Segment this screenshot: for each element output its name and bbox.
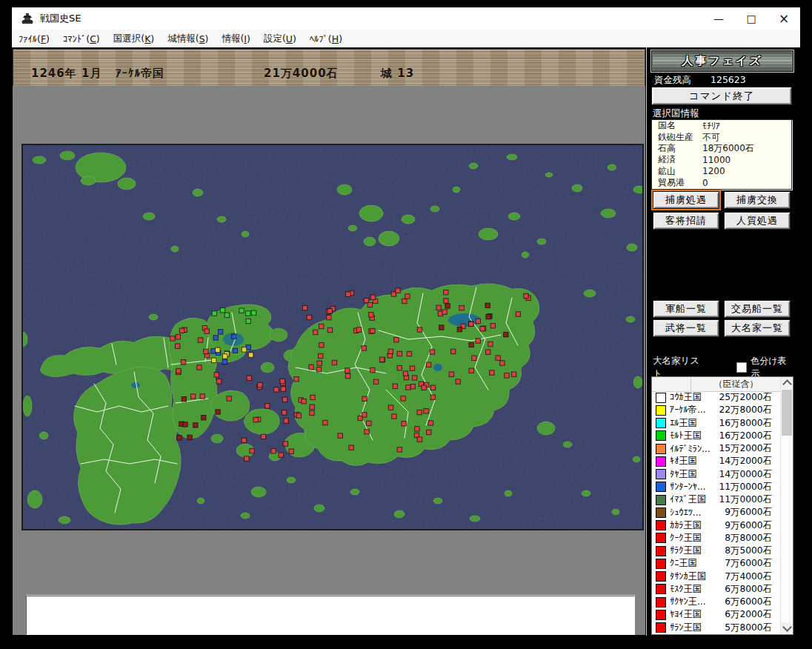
castle-marker[interactable] [367, 421, 371, 425]
castle-marker[interactable] [370, 367, 375, 372]
castle-marker[interactable] [224, 313, 229, 317]
castle-marker[interactable] [197, 365, 202, 370]
castle-marker[interactable] [307, 315, 311, 319]
scroll-down-button[interactable] [781, 622, 793, 634]
castle-marker[interactable] [362, 396, 367, 401]
castle-marker[interactable] [181, 360, 185, 365]
castle-marker[interactable] [279, 453, 283, 457]
castle-marker[interactable] [296, 413, 301, 418]
daimyo-row[interactable]: ｺｳｶ王国25万2000石 [652, 391, 781, 404]
castle-marker[interactable] [246, 311, 250, 316]
strategy-map[interactable] [21, 144, 644, 530]
castle-marker[interactable] [294, 377, 299, 382]
castle-marker[interactable] [204, 329, 209, 333]
scrollbar-thumb[interactable] [782, 390, 792, 436]
castle-marker[interactable] [214, 373, 219, 377]
castle-marker[interactable] [485, 303, 490, 307]
castle-marker[interactable] [198, 338, 202, 342]
castle-marker[interactable] [251, 310, 256, 315]
castle-marker[interactable] [362, 346, 366, 350]
menu-file[interactable]: ﾌｧｲﾙ(F) [12, 30, 56, 47]
castle-marker[interactable] [204, 349, 208, 353]
castle-marker[interactable] [316, 367, 321, 372]
close-button[interactable]: × [768, 7, 800, 30]
menu-help[interactable]: ﾍﾙﾌﾟ(H) [303, 30, 349, 47]
castle-marker[interactable] [284, 419, 288, 423]
castle-marker[interactable] [246, 319, 250, 323]
castle-marker[interactable] [445, 304, 450, 308]
daimyo-row[interactable]: ｼｭｳｴﾂ...9万6000石 [652, 506, 781, 519]
castle-marker[interactable] [427, 430, 431, 434]
castle-marker[interactable] [505, 373, 509, 378]
castle-marker[interactable] [490, 324, 495, 328]
castle-marker[interactable] [281, 387, 285, 391]
castle-marker[interactable] [176, 335, 180, 339]
castle-marker[interactable] [179, 328, 184, 333]
general-list-button[interactable]: 武将一覧 [653, 319, 719, 337]
castle-marker[interactable] [397, 366, 402, 370]
castle-marker[interactable] [309, 365, 313, 369]
castle-marker[interactable] [193, 423, 198, 427]
daimyo-row[interactable]: ﾓｽｸ王国6万8000石 [652, 583, 781, 596]
castle-marker[interactable] [310, 405, 314, 409]
castle-marker[interactable] [396, 288, 400, 293]
castle-marker[interactable] [459, 305, 464, 310]
castle-marker[interactable] [282, 410, 286, 415]
castle-marker[interactable] [430, 350, 434, 354]
castle-marker[interactable] [422, 385, 426, 390]
castle-marker[interactable] [327, 315, 331, 319]
daimyo-row[interactable]: ｻﾗﾝ王国5万8000石 [652, 622, 781, 634]
castle-marker[interactable] [274, 387, 279, 392]
castle-marker[interactable] [216, 410, 220, 414]
castle-marker[interactable] [427, 362, 431, 367]
castle-marker[interactable] [436, 305, 441, 310]
castle-marker[interactable] [504, 332, 508, 336]
castle-marker[interactable] [417, 410, 422, 414]
castle-marker[interactable] [490, 370, 494, 375]
menu-command[interactable]: ｺﾏﾝﾄﾞ(C) [56, 30, 107, 47]
castle-marker[interactable] [456, 379, 460, 384]
castle-marker[interactable] [393, 384, 397, 388]
daimyo-row[interactable]: ｶｶﾗ王国9万6000石 [652, 519, 781, 532]
castle-marker[interactable] [310, 395, 315, 399]
castle-marker[interactable] [373, 379, 378, 384]
castle-marker[interactable] [524, 293, 528, 298]
hostage-treatment-button[interactable]: 人質処遇 [724, 212, 791, 230]
castle-marker[interactable] [223, 354, 227, 359]
castle-marker[interactable] [265, 404, 270, 408]
daimyo-row[interactable]: ﾀﾔ王国14万0000石 [652, 468, 781, 481]
daimyo-row[interactable]: ﾓﾙﾄ王国16万2000石 [652, 430, 781, 442]
castle-marker[interactable] [302, 399, 306, 404]
castle-marker[interactable] [486, 350, 490, 354]
castle-marker[interactable] [200, 394, 204, 399]
castle-marker[interactable] [313, 330, 318, 334]
castle-marker[interactable] [388, 349, 393, 353]
castle-marker[interactable] [332, 360, 336, 365]
castle-marker[interactable] [227, 396, 231, 401]
daimyo-row[interactable]: ﾀｻﾝｶ王国7万4000石 [652, 570, 781, 583]
castle-marker[interactable] [289, 449, 293, 453]
daimyo-row[interactable]: ｱｰｹﾙ帝...22万8000石 [652, 404, 781, 416]
castle-marker[interactable] [410, 385, 415, 389]
maximize-button[interactable]: □ [735, 7, 768, 30]
menu-info[interactable]: 情報(I) [215, 30, 256, 47]
castle-marker[interactable] [469, 342, 473, 347]
castle-marker[interactable] [317, 361, 322, 365]
castle-marker[interactable] [370, 295, 375, 299]
castle-marker[interactable] [392, 414, 396, 419]
castle-marker[interactable] [457, 327, 462, 332]
menu-castle-info[interactable]: 城情報(S) [161, 30, 215, 47]
daimyo-row[interactable]: ｷｵ王国14万2000石 [652, 455, 781, 467]
list-scrollbar[interactable] [780, 377, 793, 634]
daimyo-row[interactable]: ｻｸﾔﾝ王...6万6000石 [652, 596, 781, 608]
castle-marker[interactable] [282, 397, 287, 402]
castle-marker[interactable] [239, 308, 244, 313]
castle-marker[interactable] [367, 302, 372, 307]
castle-marker[interactable] [516, 312, 520, 316]
daimyo-row[interactable]: ｻﾗｸ王国8万5000石 [652, 545, 781, 557]
castle-marker[interactable] [362, 413, 367, 417]
castle-marker[interactable] [488, 342, 493, 346]
castle-marker[interactable] [345, 373, 350, 378]
prisoner-exchange-button[interactable]: 捕虜交換 [724, 191, 791, 209]
castle-marker[interactable] [402, 299, 407, 303]
